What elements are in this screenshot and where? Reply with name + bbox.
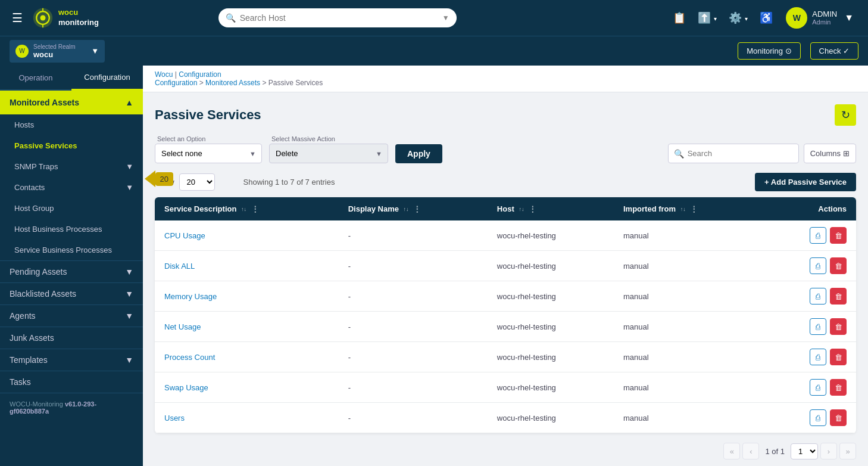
- add-passive-service-button[interactable]: + Add Passive Service: [755, 173, 856, 191]
- sidebar-item-pending-assets[interactable]: Pending Assets ▼: [0, 261, 143, 282]
- check-button[interactable]: Check ✓: [810, 42, 858, 60]
- cell-imported-from-0: manual: [614, 220, 766, 251]
- copy-button-4[interactable]: ⎙: [810, 349, 826, 365]
- section-monitored-assets-header[interactable]: Monitored Assets ▲: [0, 91, 143, 114]
- delete-button-1[interactable]: 🗑: [830, 257, 847, 274]
- user-info: ADMIN Admin: [812, 10, 837, 27]
- cell-imported-from-4: manual: [614, 342, 766, 372]
- templates-label: Templates: [10, 355, 48, 365]
- cell-actions-2: ⎙ 🗑: [766, 281, 856, 312]
- search-dropdown-arrow[interactable]: ▼: [442, 14, 449, 22]
- sidebar-item-passive-services[interactable]: Passive Services: [0, 135, 143, 156]
- col-imported-config-icon[interactable]: ⋮: [690, 204, 698, 213]
- copy-button-3[interactable]: ⎙: [810, 318, 826, 335]
- breadcrumb-config-link[interactable]: Configuration: [155, 79, 197, 87]
- user-avatar: W: [786, 7, 807, 29]
- accessibility-icon-button[interactable]: ♿: [756, 8, 776, 28]
- page-next-button[interactable]: ›: [820, 443, 837, 459]
- delete-button-6[interactable]: 🗑: [830, 409, 847, 426]
- tab-configuration[interactable]: Configuration: [71, 66, 143, 91]
- apply-button[interactable]: Apply: [395, 144, 442, 163]
- sort-imported-icon[interactable]: ↑↓: [680, 207, 686, 212]
- notes-icon-button[interactable]: 📋: [669, 8, 689, 28]
- sidebar-item-tasks[interactable]: Tasks: [0, 371, 143, 393]
- service-desc-link-0[interactable]: CPU Usage: [164, 231, 205, 240]
- sidebar-item-templates[interactable]: Templates ▼: [0, 349, 143, 371]
- global-search-input[interactable]: [218, 8, 457, 27]
- service-desc-link-4[interactable]: Process Count: [164, 353, 215, 362]
- select-massive-label: Select Massive Action: [269, 135, 388, 142]
- delete-button-2[interactable]: 🗑: [830, 288, 847, 305]
- cell-host-0: wocu-rhel-testing: [488, 220, 614, 251]
- table-row: Process Count - wocu-rhel-testing manual…: [155, 342, 856, 372]
- show-entries-select[interactable]: 20 50 100: [179, 173, 215, 191]
- columns-grid-icon: ⊞: [843, 149, 850, 158]
- sort-service-desc-icon[interactable]: ↑↓: [241, 207, 246, 212]
- pending-assets-expand-icon: ▼: [125, 267, 133, 277]
- service-desc-link-5[interactable]: Swap Usage: [164, 383, 208, 392]
- breadcrumb-configuration[interactable]: Configuration: [179, 70, 221, 79]
- sidebar-item-blacklisted-assets[interactable]: Blacklisted Assets ▼: [0, 283, 143, 305]
- service-desc-link-3[interactable]: Net Usage: [164, 322, 201, 331]
- sort-host-icon[interactable]: ↑↓: [519, 207, 524, 212]
- refresh-button[interactable]: ↻: [835, 104, 856, 126]
- delete-button-0[interactable]: 🗑: [830, 227, 847, 244]
- passive-services-table: Service Description ↑↓ ⋮ Display Name ↑↓…: [155, 197, 856, 433]
- col-display-name-config-icon[interactable]: ⋮: [413, 204, 421, 213]
- sidebar-item-snmp-traps-label: SNMP Traps: [14, 162, 58, 171]
- service-desc-link-2[interactable]: Memory Usage: [164, 292, 217, 301]
- sidebar-item-host-group[interactable]: Host Group: [0, 198, 143, 219]
- global-search-bar: 🔍 ▼: [218, 8, 457, 27]
- copy-button-6[interactable]: ⎙: [810, 409, 826, 426]
- table-search-input[interactable]: [668, 144, 799, 163]
- sidebar: Operation Configuration Monitored Assets…: [0, 66, 143, 466]
- copy-button-5[interactable]: ⎙: [810, 379, 826, 396]
- logo-text: wocumonitoring: [58, 8, 99, 28]
- logo-icon: [32, 7, 54, 29]
- copy-button-2[interactable]: ⎙: [810, 288, 826, 305]
- settings-icon-button[interactable]: ⚙️ ▾: [725, 8, 751, 28]
- page-last-button[interactable]: »: [839, 443, 856, 459]
- user-menu[interactable]: W ADMIN Admin ▼: [781, 5, 858, 31]
- cell-display-name-0: -: [339, 220, 488, 251]
- page-prev-button[interactable]: ‹: [742, 443, 759, 459]
- realm-bar: W Selected Realm wocu ▼ Monitoring ⊙ Che…: [0, 36, 868, 66]
- table-row: Users - wocu-rhel-testing manual ⎙ 🗑: [155, 403, 856, 433]
- copy-button-0[interactable]: ⎙: [810, 227, 826, 244]
- user-role: Admin: [812, 18, 837, 26]
- page-dropdown[interactable]: 1: [791, 443, 818, 459]
- pending-assets-label: Pending Assets: [10, 267, 67, 277]
- columns-button[interactable]: Columns ⊞: [804, 144, 856, 163]
- delete-button-3[interactable]: 🗑: [830, 318, 847, 335]
- sidebar-item-agents[interactable]: Agents ▼: [0, 305, 143, 327]
- cell-actions-6: ⎙ 🗑: [766, 403, 856, 433]
- copy-button-1[interactable]: ⎙: [810, 257, 826, 274]
- service-desc-link-1[interactable]: Disk ALL: [164, 262, 195, 271]
- select-massive-dropdown[interactable]: Delete: [269, 144, 388, 163]
- blacklisted-assets-label: Blacklisted Assets: [10, 289, 76, 299]
- service-desc-link-6[interactable]: Users: [164, 414, 185, 422]
- select-option-dropdown[interactable]: Select none: [155, 144, 262, 163]
- sidebar-item-junk-assets[interactable]: Junk Assets: [0, 327, 143, 349]
- realm-selector[interactable]: W Selected Realm wocu ▼: [10, 40, 105, 63]
- sidebar-item-hosts[interactable]: Hosts: [0, 114, 143, 135]
- delete-button-4[interactable]: 🗑: [830, 349, 847, 365]
- delete-button-5[interactable]: 🗑: [830, 379, 847, 396]
- col-service-desc-config-icon[interactable]: ⋮: [251, 204, 259, 213]
- sidebar-item-contacts[interactable]: Contacts ▼: [0, 177, 143, 198]
- cell-host-6: wocu-rhel-testing: [488, 403, 614, 433]
- cell-host-4: wocu-rhel-testing: [488, 342, 614, 372]
- realm-name: wocu: [33, 50, 86, 59]
- tab-operation[interactable]: Operation: [0, 66, 71, 89]
- monitoring-button[interactable]: Monitoring ⊙: [738, 42, 800, 60]
- sidebar-item-service-bp[interactable]: Service Business Processes: [0, 240, 143, 260]
- breadcrumb-monitored-assets[interactable]: Monitored Assets: [205, 79, 260, 87]
- page-first-button[interactable]: «: [723, 443, 740, 459]
- sidebar-item-host-bp[interactable]: Host Business Processes: [0, 219, 143, 240]
- menu-toggle-button[interactable]: ☰: [10, 8, 25, 27]
- breadcrumb-wocu[interactable]: Wocu: [155, 70, 173, 79]
- export-icon-button[interactable]: ⬆️ ▾: [694, 8, 720, 28]
- sidebar-item-snmp-traps[interactable]: SNMP Traps ▼: [0, 156, 143, 177]
- sort-display-name-icon[interactable]: ↑↓: [404, 207, 409, 212]
- col-host-config-icon[interactable]: ⋮: [529, 204, 536, 213]
